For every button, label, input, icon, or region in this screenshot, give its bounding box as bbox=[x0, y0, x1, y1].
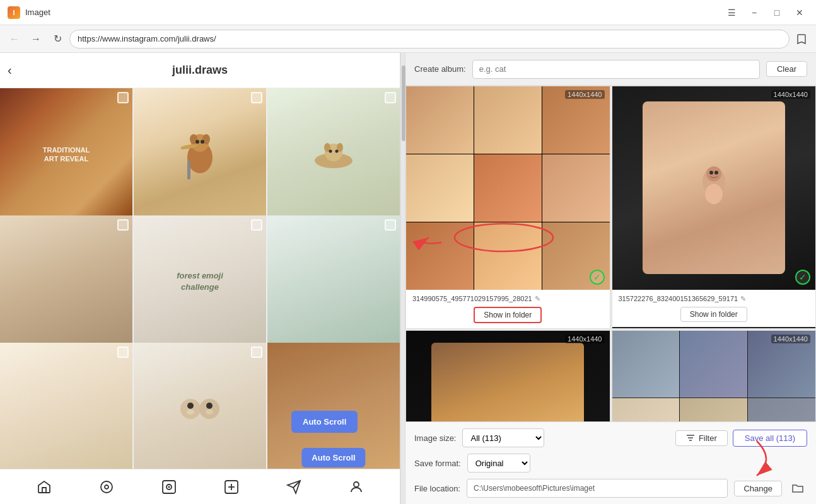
image-dimension: 1440x1440 bbox=[771, 335, 810, 343]
image-card: 1440x1440 ✓ 315722276_832400151365629_59… bbox=[612, 86, 817, 329]
url-input[interactable] bbox=[69, 30, 790, 49]
image-thumbnail: 1440x1440 ✓ bbox=[612, 86, 816, 290]
svg-point-33 bbox=[714, 171, 718, 175]
format-row: Save format: Original bbox=[414, 454, 807, 472]
app-title: Imaget bbox=[25, 8, 723, 17]
browser-panel: ‹ julii.draws TRADITIONALART REVEAL bbox=[0, 53, 400, 504]
bookmark-button[interactable] bbox=[792, 30, 811, 49]
explore-nav-button[interactable] bbox=[94, 474, 119, 500]
profile-back-button[interactable]: ‹ bbox=[8, 63, 12, 77]
image-thumbnail: 1440x1440 ✓ bbox=[612, 331, 816, 422]
open-folder-button[interactable] bbox=[788, 479, 807, 498]
checkbox-overlay bbox=[117, 92, 129, 103]
profile-nav-button[interactable] bbox=[344, 474, 369, 500]
auto-scroll-button[interactable]: Auto Scroll bbox=[291, 411, 358, 433]
location-label: File location: bbox=[414, 484, 460, 493]
app-logo-text: I bbox=[13, 9, 15, 16]
svg-point-13 bbox=[335, 150, 339, 153]
location-row: File location: Change bbox=[414, 479, 807, 498]
auto-scroll-button[interactable]: Auto Scroll bbox=[301, 448, 365, 467]
grid-item[interactable] bbox=[134, 88, 266, 220]
reels-nav-button[interactable] bbox=[156, 474, 182, 500]
app-logo: I bbox=[8, 6, 20, 19]
minimize-button[interactable]: − bbox=[745, 4, 763, 21]
grid-item[interactable]: Auto Scroll bbox=[267, 343, 400, 469]
location-input[interactable] bbox=[467, 479, 728, 498]
menu-button[interactable]: ☰ bbox=[723, 4, 740, 21]
back-button[interactable]: ← bbox=[5, 30, 24, 49]
filter-label: Filter bbox=[699, 433, 717, 443]
checkbox-overlay bbox=[385, 219, 396, 231]
checkbox-overlay bbox=[251, 92, 262, 103]
image-check: ✓ bbox=[795, 270, 810, 285]
maximize-button[interactable]: □ bbox=[768, 4, 786, 21]
checkbox-overlay bbox=[117, 219, 129, 231]
checkbox-overlay bbox=[117, 346, 129, 358]
svg-point-19 bbox=[206, 410, 213, 415]
grid-item[interactable]: forest emojichallenge bbox=[134, 215, 266, 348]
image-card-footer: 314990575_495771029157995_28021 ✎ Show i… bbox=[406, 290, 610, 328]
profile-name: julii.draws bbox=[172, 64, 228, 77]
grid-item[interactable] bbox=[0, 215, 132, 348]
image-dimension: 1440x1440 bbox=[565, 90, 604, 99]
image-filename: 315722276_832400151365629_59171 ✎ bbox=[619, 295, 810, 303]
size-row: Image size: All (113) Filter Save all (1… bbox=[414, 428, 807, 447]
navbar: ← → ↻ bbox=[0, 25, 816, 53]
svg-point-20 bbox=[101, 481, 112, 493]
format-select[interactable]: Original bbox=[467, 454, 530, 472]
size-label: Image size: bbox=[414, 433, 456, 443]
grid-item[interactable] bbox=[0, 343, 132, 469]
svg-point-16 bbox=[187, 403, 194, 409]
svg-point-21 bbox=[105, 485, 108, 489]
filter-button[interactable]: Filter bbox=[675, 430, 728, 446]
svg-point-31 bbox=[705, 184, 723, 204]
checkbox-overlay bbox=[251, 219, 262, 231]
image-thumbnail: 1440x1440 ✓ bbox=[406, 86, 610, 290]
svg-point-32 bbox=[709, 171, 713, 175]
downloaded-images-area: 1440x1440 ✓ 314990575_495771029157995_28… bbox=[405, 86, 816, 421]
edit-filename-icon[interactable]: ✎ bbox=[740, 295, 746, 303]
close-button[interactable]: ✕ bbox=[791, 4, 808, 21]
main-area: ‹ julii.draws TRADITIONALART REVEAL bbox=[0, 53, 816, 504]
window-controls: ☰ − □ ✕ bbox=[723, 4, 808, 21]
grid-item[interactable] bbox=[134, 343, 266, 469]
album-bar: Create album: Clear bbox=[405, 53, 816, 86]
image-dimension: 1440x1440 bbox=[565, 335, 604, 343]
album-input[interactable] bbox=[472, 60, 760, 79]
bottom-toolbar: Image size: All (113) Filter Save all (1… bbox=[405, 421, 816, 504]
forward-button[interactable]: → bbox=[26, 30, 45, 49]
show-in-folder-button[interactable]: Show in folder bbox=[474, 307, 542, 323]
svg-point-17 bbox=[206, 403, 213, 409]
svg-point-18 bbox=[187, 410, 194, 415]
svg-point-5 bbox=[201, 140, 204, 144]
format-label: Save format: bbox=[414, 459, 461, 468]
image-card: 1440x1440 ✓ 314990575_christmas_room ✎ S… bbox=[405, 330, 610, 422]
bottom-navigation bbox=[0, 469, 400, 504]
svg-point-30 bbox=[706, 166, 721, 181]
svg-point-4 bbox=[195, 140, 199, 144]
grid-item[interactable] bbox=[267, 88, 400, 220]
svg-point-12 bbox=[329, 150, 332, 153]
save-all-button[interactable]: Save all (113) bbox=[733, 430, 807, 447]
grid-item[interactable] bbox=[267, 215, 400, 348]
show-in-folder-button[interactable]: Show in folder bbox=[680, 307, 747, 322]
browser-header: ‹ julii.draws bbox=[0, 53, 400, 88]
right-panel: Create album: Clear bbox=[405, 53, 816, 504]
titlebar: I Imaget ☰ − □ ✕ bbox=[0, 0, 816, 25]
panel-scrollbar[interactable] bbox=[400, 53, 405, 504]
checkbox-overlay bbox=[251, 346, 262, 358]
image-check: ✓ bbox=[590, 270, 605, 285]
image-card: 1440x1440 ✓ 315722276_snowy_village ✎ Sh… bbox=[612, 330, 817, 422]
clear-button[interactable]: Clear bbox=[766, 61, 807, 77]
messages-nav-button[interactable] bbox=[281, 474, 306, 500]
add-nav-button[interactable] bbox=[219, 474, 244, 500]
change-location-button[interactable]: Change bbox=[734, 481, 782, 496]
image-thumbnail: 1440x1440 ✓ bbox=[406, 331, 610, 422]
grid-item[interactable]: TRADITIONALART REVEAL bbox=[0, 88, 132, 220]
svg-rect-6 bbox=[187, 161, 190, 180]
image-card: 1440x1440 ✓ 314990575_495771029157995_28… bbox=[405, 86, 610, 329]
edit-filename-icon[interactable]: ✎ bbox=[535, 295, 540, 303]
size-select[interactable]: All (113) bbox=[462, 428, 544, 447]
home-nav-button[interactable] bbox=[32, 474, 57, 500]
refresh-button[interactable]: ↻ bbox=[48, 30, 67, 49]
